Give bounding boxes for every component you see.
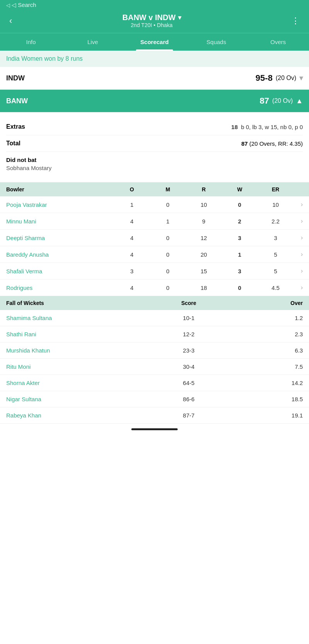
- fow-over: 2.3: [234, 331, 303, 337]
- bowler-row[interactable]: Shafali Verma 3 0 15 3 5 ›: [0, 263, 309, 279]
- back-button[interactable]: ‹: [6, 14, 15, 27]
- bowler-wickets: 3: [222, 235, 258, 241]
- banw-score: 87 (20 Ov) ▲: [260, 96, 303, 106]
- bowler-maidens: 0: [150, 235, 186, 241]
- fow-row[interactable]: Murshida Khatun 23-3 6.3: [0, 342, 309, 359]
- bowler-wickets: 0: [222, 201, 258, 208]
- bowler-row[interactable]: Deepti Sharma 4 0 12 3 3 ›: [0, 230, 309, 246]
- bowler-row[interactable]: Rodrigues 4 0 18 0 4.5 ›: [0, 279, 309, 296]
- banw-team-name: BANW: [6, 97, 28, 105]
- bowler-overs: 4: [114, 235, 150, 241]
- overs-col-header: O: [114, 186, 150, 193]
- nav-tabs: Info Live Scorecard Squads Overs: [0, 33, 309, 51]
- bowler-runs: 15: [186, 268, 222, 274]
- bowler-runs: 10: [186, 201, 222, 208]
- bowlers-table-header: Bowler O M R W ER: [0, 182, 309, 196]
- fow-score-header: Score: [143, 300, 234, 306]
- fow-over: 14.2: [234, 380, 303, 386]
- fow-row[interactable]: Ritu Moni 30-4 7.5: [0, 359, 309, 375]
- match-name: BANW v INDW ▾: [15, 13, 288, 22]
- fow-score: 87-7: [143, 412, 234, 419]
- bowler-name[interactable]: Deepti Sharma: [6, 235, 114, 241]
- bowler-economy: 10: [258, 201, 294, 208]
- fow-row[interactable]: Shathi Rani 12-2 2.3: [0, 326, 309, 342]
- fow-row[interactable]: Nigar Sultana 86-6 18.5: [0, 391, 309, 407]
- bowler-wickets: 1: [222, 251, 258, 258]
- dnb-title: Did not bat: [6, 157, 303, 163]
- chevron-right-icon: ›: [294, 234, 303, 241]
- tab-overs[interactable]: Overs: [247, 33, 309, 51]
- bowler-overs: 3: [114, 268, 150, 274]
- fow-player-name[interactable]: Ritu Moni: [6, 363, 143, 370]
- chevron-down-icon: ▾: [299, 74, 303, 82]
- fow-row[interactable]: Rabeya Khan 87-7 19.1: [0, 407, 309, 424]
- bowler-row[interactable]: Minnu Mani 4 1 9 2 2.2 ›: [0, 213, 309, 230]
- fow-score: 23-3: [143, 347, 234, 354]
- chevron-down-icon[interactable]: ▾: [178, 14, 181, 21]
- bowler-name[interactable]: Bareddy Anusha: [6, 251, 114, 258]
- chevron-up-icon: ▲: [296, 97, 303, 105]
- home-indicator: [131, 428, 178, 430]
- extras-row: Extras 18 b 0, lb 3, w 15, nb 0, p 0: [6, 119, 303, 135]
- bowler-wickets: 3: [222, 268, 258, 274]
- banw-score-row[interactable]: BANW 87 (20 Ov) ▲: [0, 90, 309, 112]
- bowler-overs: 4: [114, 218, 150, 225]
- economy-col-header: ER: [258, 186, 294, 193]
- top-header: ‹ BANW v INDW ▾ 2nd T20I • Dhaka ⋮: [0, 9, 309, 33]
- bowler-maidens: 0: [150, 285, 186, 291]
- fow-row[interactable]: Shorna Akter 64-5 14.2: [0, 375, 309, 391]
- bowler-economy: 5: [258, 268, 294, 274]
- fow-player-name[interactable]: Shamima Sultana: [6, 315, 143, 321]
- chevron-right-icon: ›: [294, 218, 303, 225]
- extras-label: Extras: [6, 123, 25, 130]
- fow-score: 86-6: [143, 396, 234, 402]
- fow-name-header: Fall of Wickets: [6, 300, 143, 306]
- chevron-right-icon: ›: [294, 284, 303, 291]
- bowler-economy: 5: [258, 251, 294, 258]
- match-subtitle: 2nd T20I • Dhaka: [15, 22, 288, 28]
- bowler-overs: 1: [114, 201, 150, 208]
- maidens-col-header: M: [150, 186, 186, 193]
- chevron-right-icon: ›: [294, 201, 303, 208]
- match-title-area: BANW v INDW ▾ 2nd T20I • Dhaka: [15, 13, 288, 28]
- tab-squads[interactable]: Squads: [185, 33, 247, 51]
- tab-info[interactable]: Info: [0, 33, 62, 51]
- tab-live[interactable]: Live: [62, 33, 124, 51]
- bottom-bar: [0, 424, 309, 435]
- indw-score-row[interactable]: INDW 95-8 (20 Ov) ▾: [0, 67, 309, 90]
- bowler-name[interactable]: Shafali Verma: [6, 268, 114, 274]
- chevron-right-icon: ›: [294, 251, 303, 258]
- bowler-maidens: 0: [150, 268, 186, 274]
- fow-player-name[interactable]: Shorna Akter: [6, 380, 143, 386]
- bowler-name[interactable]: Minnu Mani: [6, 218, 114, 225]
- fow-player-name[interactable]: Rabeya Khan: [6, 412, 143, 419]
- bowler-name[interactable]: Pooja Vastrakar: [6, 201, 114, 208]
- fow-player-name[interactable]: Shathi Rani: [6, 331, 143, 337]
- search-row: ◁ Search: [0, 0, 309, 9]
- fow-over: 1.2: [234, 315, 303, 321]
- total-row: Total 87 (20 Overs, RR: 4.35): [6, 135, 303, 152]
- bowler-wickets: 0: [222, 285, 258, 291]
- bowler-maidens: 0: [150, 201, 186, 208]
- fow-row[interactable]: Shamima Sultana 10-1 1.2: [0, 310, 309, 326]
- total-label: Total: [6, 140, 20, 147]
- fow-table: Shamima Sultana 10-1 1.2 Shathi Rani 12-…: [0, 310, 309, 424]
- bowler-row[interactable]: Bareddy Anusha 4 0 20 1 5 ›: [0, 246, 309, 263]
- tab-scorecard[interactable]: Scorecard: [124, 33, 185, 51]
- more-options-button[interactable]: ⋮: [288, 14, 303, 27]
- bowler-row[interactable]: Pooja Vastrakar 1 0 10 0 10 ›: [0, 196, 309, 213]
- fow-score: 30-4: [143, 363, 234, 370]
- fow-player-name[interactable]: Nigar Sultana: [6, 396, 143, 402]
- fow-over: 19.1: [234, 412, 303, 419]
- result-banner: India Women won by 8 runs: [0, 51, 309, 67]
- indw-score: 95-8 (20 Ov) ▾: [256, 73, 303, 83]
- search-back-link[interactable]: ◁ Search: [6, 2, 303, 9]
- bowler-economy: 2.2: [258, 218, 294, 225]
- bowler-name[interactable]: Rodrigues: [6, 285, 114, 291]
- fow-score: 12-2: [143, 331, 234, 337]
- fow-player-name[interactable]: Murshida Khatun: [6, 347, 143, 354]
- fow-score: 64-5: [143, 380, 234, 386]
- fow-over: 6.3: [234, 347, 303, 354]
- bowler-runs: 12: [186, 235, 222, 241]
- did-not-bat-section: Did not bat Sobhana Mostary: [6, 152, 303, 176]
